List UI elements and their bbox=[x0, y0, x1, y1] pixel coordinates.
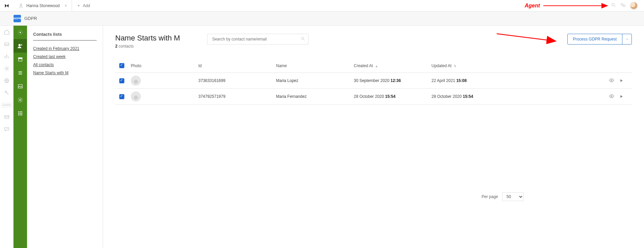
svg-point-15 bbox=[19, 44, 21, 46]
search-top-icon[interactable] bbox=[611, 2, 616, 9]
gdpr-badge-icon: GDPR bbox=[14, 15, 21, 22]
analytics-icon[interactable] bbox=[4, 53, 10, 59]
notifications-icon[interactable] bbox=[620, 2, 626, 9]
svg-point-34 bbox=[611, 95, 612, 97]
list-title: Name Starts with M bbox=[115, 34, 180, 43]
home-icon[interactable] bbox=[4, 29, 10, 35]
module-nav-image-icon[interactable] bbox=[14, 80, 27, 93]
list-subtitle: 2 contacts bbox=[115, 44, 180, 49]
tab-close-icon[interactable]: × bbox=[65, 3, 67, 8]
process-gdpr-request-dropdown[interactable] bbox=[622, 34, 631, 44]
svg-point-33 bbox=[611, 80, 612, 81]
svg-point-24 bbox=[18, 113, 19, 114]
table-row[interactable]: 373633161699Maria Lopez30 September 2020… bbox=[115, 73, 632, 89]
col-updated-label: Updated At bbox=[431, 63, 451, 68]
brand-logo-icon bbox=[4, 3, 9, 8]
svg-point-30 bbox=[301, 37, 304, 39]
svg-point-7 bbox=[6, 68, 7, 70]
module-nav-contacts-icon[interactable] bbox=[14, 39, 27, 53]
sidebar-item[interactable]: Created in February 2021 bbox=[33, 45, 97, 53]
module-nav-gdpr-icon[interactable] bbox=[14, 26, 27, 39]
chevron-down-icon bbox=[625, 37, 629, 41]
select-all-checkbox[interactable] bbox=[119, 63, 124, 68]
svg-point-27 bbox=[18, 114, 19, 115]
primary-rail: GDPR bbox=[0, 26, 14, 248]
col-photo[interactable]: Photo bbox=[128, 59, 196, 73]
module-nav-archive-icon[interactable] bbox=[14, 53, 27, 66]
module-nav-apps-icon[interactable] bbox=[14, 107, 27, 120]
cell-id: 373633161699 bbox=[196, 73, 273, 89]
inbox-icon[interactable] bbox=[4, 41, 10, 47]
module-title: GDPR bbox=[24, 16, 37, 21]
module-nav bbox=[14, 26, 27, 248]
profile-avatar[interactable] bbox=[630, 2, 638, 10]
globe-icon[interactable] bbox=[4, 78, 10, 84]
search-wrap bbox=[207, 34, 308, 45]
cell-created: 30 September 2020 12:36 bbox=[351, 73, 429, 89]
tab-contact[interactable]: Hanna Stonewood × bbox=[14, 0, 72, 11]
tab-contact-label: Hanna Stonewood bbox=[26, 3, 60, 8]
svg-line-10 bbox=[6, 92, 8, 95]
app-breadcrumb-strip: GDPR GDPR bbox=[0, 11, 644, 26]
play-icon[interactable] bbox=[619, 78, 624, 83]
annotation-agent-arrow-icon bbox=[543, 2, 611, 9]
cell-name: Maria Lopez bbox=[273, 73, 351, 89]
search-icon[interactable] bbox=[301, 36, 305, 42]
list-header-row: Name Starts with M 2 contacts bbox=[115, 34, 632, 49]
svg-point-25 bbox=[20, 113, 21, 114]
contacts-table: Photo Id Name Created At ▲ Updated At ⇅ … bbox=[115, 59, 632, 105]
view-icon[interactable] bbox=[609, 93, 614, 99]
col-updated[interactable]: Updated At ⇅ bbox=[429, 59, 601, 73]
col-name[interactable]: Name bbox=[273, 59, 351, 73]
annotation-agent-label: Agent bbox=[525, 3, 540, 9]
row-checkbox[interactable] bbox=[119, 78, 124, 83]
sidebar-item[interactable]: Created last week bbox=[33, 53, 97, 61]
settings-icon[interactable] bbox=[4, 65, 10, 72]
sidebar-item[interactable]: Name Starts with M bbox=[33, 69, 97, 77]
gdpr-rail-icon[interactable]: GDPR bbox=[4, 102, 10, 108]
svg-point-26 bbox=[21, 113, 22, 114]
svg-line-31 bbox=[303, 39, 304, 40]
add-tab-button[interactable]: ＋ Add bbox=[72, 0, 95, 11]
sort-both-icon: ⇅ bbox=[454, 64, 456, 68]
mail-icon[interactable] bbox=[4, 114, 10, 120]
table-row[interactable]: 374792571979Maria Fernandez28 October 20… bbox=[115, 89, 632, 105]
wand-icon[interactable] bbox=[4, 90, 10, 96]
col-id[interactable]: Id bbox=[196, 59, 273, 73]
play-icon[interactable] bbox=[619, 94, 624, 99]
row-checkbox[interactable] bbox=[119, 94, 124, 99]
svg-rect-18 bbox=[19, 59, 22, 61]
module-nav-settings-icon[interactable] bbox=[14, 93, 27, 107]
process-gdpr-request-button[interactable]: Process GDPR Request bbox=[567, 34, 632, 45]
process-gdpr-request-label: Process GDPR Request bbox=[568, 34, 622, 44]
svg-rect-19 bbox=[18, 85, 22, 88]
sidebar-list: Created in February 2021 Created last we… bbox=[33, 45, 97, 77]
top-tab-bar: Hanna Stonewood × ＋ Add Agent bbox=[0, 0, 644, 11]
svg-line-3 bbox=[614, 6, 615, 7]
comment-icon[interactable] bbox=[4, 126, 10, 132]
contacts-lists-sidebar: Contacts lists Created in February 2021 … bbox=[27, 26, 103, 248]
contact-photo-placeholder-icon bbox=[131, 91, 141, 102]
sort-asc-icon: ▲ bbox=[375, 64, 378, 68]
svg-point-21 bbox=[18, 111, 19, 112]
top-right-icons bbox=[611, 2, 641, 10]
sidebar-heading: Contacts lists bbox=[33, 32, 97, 40]
svg-rect-4 bbox=[621, 3, 623, 5]
svg-point-20 bbox=[20, 99, 21, 101]
sidebar-item[interactable]: All contacts bbox=[33, 61, 97, 69]
svg-point-2 bbox=[612, 3, 615, 6]
svg-point-16 bbox=[21, 44, 22, 45]
svg-line-32 bbox=[497, 34, 556, 41]
pager-select[interactable]: 50 bbox=[502, 192, 524, 201]
svg-point-29 bbox=[21, 114, 22, 115]
svg-point-28 bbox=[20, 114, 21, 115]
view-icon[interactable] bbox=[609, 78, 614, 83]
col-created[interactable]: Created At ▲ bbox=[351, 59, 429, 73]
cell-updated: 22 April 2021 15:08 bbox=[429, 73, 601, 89]
col-created-label: Created At bbox=[354, 63, 373, 68]
search-input[interactable] bbox=[207, 34, 308, 45]
module-nav-list-icon[interactable] bbox=[14, 66, 27, 80]
cell-name: Maria Fernandez bbox=[273, 89, 351, 105]
add-tab-label: Add bbox=[83, 3, 90, 8]
brand-logo[interactable] bbox=[0, 0, 14, 11]
